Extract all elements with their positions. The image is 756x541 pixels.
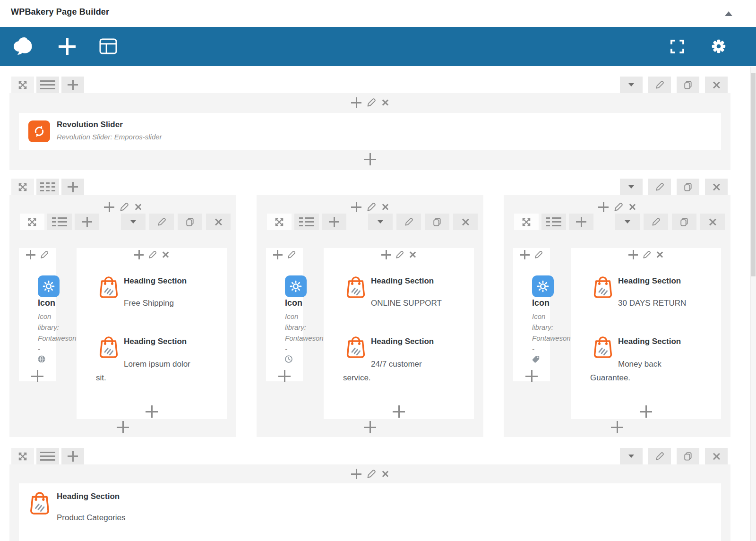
fullscreen-button[interactable]	[670, 40, 684, 53]
edit-column-button[interactable]	[642, 250, 652, 259]
prepend-element-button[interactable]	[351, 202, 361, 212]
inner-row-delete-button[interactable]	[453, 214, 478, 230]
append-element-button[interactable]	[117, 421, 129, 433]
row2-clone-button[interactable]	[677, 179, 699, 195]
append-element-button[interactable]	[278, 370, 291, 382]
inner-row-edit-button[interactable]	[149, 214, 174, 230]
row3-delete-button[interactable]	[705, 448, 728, 464]
inner-row-clone-button[interactable]	[178, 214, 202, 230]
edit-column-button[interactable]	[534, 250, 543, 259]
row1-clone-button[interactable]	[677, 77, 699, 93]
inner-row-delete-button[interactable]	[206, 214, 231, 230]
edit-column-button[interactable]	[366, 469, 377, 479]
collapse-button[interactable]	[723, 9, 734, 18]
append-element-button[interactable]	[364, 153, 376, 165]
inner-row-delete-button[interactable]	[700, 214, 725, 230]
prepend-element-button[interactable]	[598, 202, 609, 212]
delete-column-button[interactable]	[409, 251, 416, 258]
settings-button[interactable]	[711, 38, 727, 54]
inner-row-layout-button[interactable]	[294, 214, 319, 230]
prepend-element-button[interactable]	[273, 250, 283, 259]
delete-column-button[interactable]	[656, 251, 663, 258]
edit-column-button[interactable]	[119, 202, 129, 212]
row1-layout-button[interactable]	[36, 77, 59, 93]
inner-row-add-button[interactable]	[569, 214, 593, 230]
append-element-button[interactable]	[146, 405, 158, 418]
row3-clone-button[interactable]	[677, 448, 699, 464]
row2-toggle-button[interactable]	[620, 179, 643, 195]
prepend-element-button[interactable]	[381, 250, 391, 259]
inner-row-edit-button[interactable]	[644, 214, 668, 230]
append-element-button[interactable]	[31, 370, 43, 382]
delete-column-button[interactable]	[381, 203, 389, 211]
inner-row-edit-button[interactable]	[396, 214, 421, 230]
row2-add-tab-button[interactable]	[61, 179, 84, 195]
delete-column-button[interactable]	[628, 203, 636, 211]
row2-layout-button[interactable]	[36, 179, 59, 195]
inner-row-drag-handle[interactable]	[514, 214, 539, 230]
pencil-icon	[655, 451, 665, 461]
row1-drag-handle[interactable]	[11, 77, 34, 93]
close-icon	[712, 452, 721, 461]
row2-edit-button[interactable]	[648, 179, 671, 195]
inner-row-drag-handle[interactable]	[267, 214, 292, 230]
inner-row-toggle-button[interactable]	[121, 214, 146, 230]
delete-column-button[interactable]	[134, 203, 142, 211]
inner-row-layout-button[interactable]	[541, 214, 566, 230]
edit-column-button[interactable]	[148, 250, 157, 259]
heading-section-element[interactable]: Heading Section Product Categories	[19, 483, 721, 541]
row1-edit-button[interactable]	[648, 77, 671, 93]
inner-row-add-button[interactable]	[322, 214, 346, 230]
add-element-button[interactable]	[59, 38, 76, 57]
icon-element-badge[interactable]	[532, 275, 554, 297]
row3-drag-handle[interactable]	[11, 448, 34, 464]
row3-edit-button[interactable]	[648, 448, 671, 464]
row2-delete-button[interactable]	[705, 179, 728, 195]
prepend-element-button[interactable]	[628, 250, 638, 259]
inner-row-add-button[interactable]	[75, 214, 99, 230]
edit-column-button[interactable]	[395, 250, 404, 259]
row3-add-tab-button[interactable]	[61, 448, 84, 464]
inner-row-layout-button[interactable]	[47, 214, 72, 230]
move-icon	[18, 452, 27, 461]
inner-row-clone-button[interactable]	[425, 214, 449, 230]
edit-column-button[interactable]	[287, 250, 296, 259]
row2-drag-handle[interactable]	[11, 179, 34, 195]
prepend-element-button[interactable]	[134, 250, 144, 259]
list-layout-icon	[52, 217, 67, 226]
edit-column-button[interactable]	[613, 202, 624, 212]
edit-column-button[interactable]	[366, 97, 377, 108]
templates-button[interactable]	[99, 38, 117, 54]
row1-add-tab-button[interactable]	[61, 77, 84, 93]
prepend-element-button[interactable]	[520, 250, 530, 259]
inner-row-clone-button[interactable]	[672, 214, 696, 230]
inner-row-toggle-button[interactable]	[368, 214, 393, 230]
append-element-button[interactable]	[393, 405, 405, 418]
delete-column-button[interactable]	[381, 470, 389, 478]
revolution-slider-element[interactable]: Revolution Slider Revolution Slider: Emp…	[19, 113, 721, 150]
row3-layout-button[interactable]	[36, 448, 59, 464]
inner-row-toggle-button[interactable]	[615, 214, 640, 230]
row3-toggle-button[interactable]	[620, 448, 643, 464]
icon-element-badge[interactable]	[285, 275, 307, 297]
scrollbar-thumb[interactable]	[751, 73, 756, 276]
pencil-icon	[287, 250, 296, 259]
row1-delete-button[interactable]	[705, 77, 728, 93]
edit-column-button[interactable]	[366, 202, 377, 212]
scrollbar[interactable]	[750, 67, 756, 541]
prepend-element-button[interactable]	[351, 97, 361, 108]
append-element-button[interactable]	[364, 421, 376, 433]
append-element-button[interactable]	[640, 405, 652, 418]
append-element-button[interactable]	[611, 421, 623, 433]
prepend-element-button[interactable]	[26, 250, 35, 259]
inner-row-drag-handle[interactable]	[20, 214, 44, 230]
edit-column-button[interactable]	[40, 250, 49, 259]
delete-column-button[interactable]	[162, 251, 169, 258]
prepend-element-button[interactable]	[104, 202, 114, 212]
row1-toggle-button[interactable]	[620, 77, 643, 93]
prepend-element-button[interactable]	[351, 469, 361, 479]
append-element-button[interactable]	[525, 370, 538, 382]
icon-element-badge[interactable]	[38, 275, 60, 297]
element-title: Revolution Slider	[57, 120, 123, 129]
delete-column-button[interactable]	[381, 99, 389, 106]
